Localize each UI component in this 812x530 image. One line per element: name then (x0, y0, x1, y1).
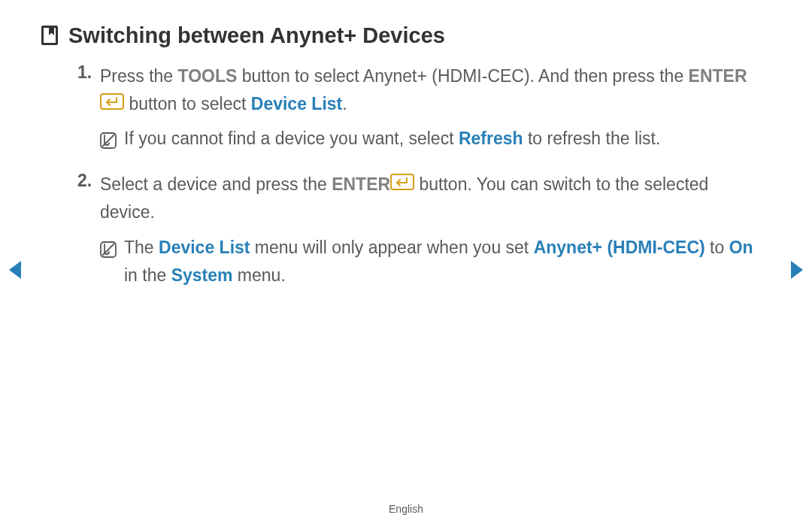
device-list-label: Device List (251, 94, 342, 114)
text: Press the (100, 66, 178, 86)
bookmark-icon (41, 26, 58, 45)
text: to refresh the list. (523, 129, 661, 148)
enter-label: ENTER (689, 66, 747, 86)
nav-prev-button[interactable] (6, 259, 23, 283)
note-1: If you cannot find a device you want, se… (100, 125, 767, 153)
text: . (342, 94, 347, 114)
step-1: 1. Press the TOOLS button to select Anyn… (77, 62, 767, 163)
system-label: System (171, 265, 233, 285)
note-text: The Device List menu will only appear wh… (124, 234, 767, 289)
text: in the (124, 265, 171, 285)
text: button to select Anynet+ (HDMI-CEC). And… (237, 66, 688, 86)
anynet-label: Anynet+ (HDMI-CEC) (534, 238, 705, 257)
text: to (705, 238, 729, 257)
step-2: 2. Select a device and press the ENTER b… (77, 171, 767, 299)
section-heading: Switching between Anynet+ Devices (41, 23, 767, 49)
step-body: Select a device and press the ENTER butt… (100, 171, 767, 299)
text: If you cannot find a device you want, se… (124, 129, 459, 148)
device-list-label: Device List (159, 238, 250, 257)
nav-next-button[interactable] (789, 259, 806, 283)
text: menu will only appear when you set (250, 238, 533, 257)
refresh-label: Refresh (459, 129, 523, 148)
note-2: The Device List menu will only appear wh… (100, 234, 767, 289)
enter-label: ENTER (332, 174, 390, 194)
footer-language: English (0, 503, 812, 515)
tools-label: TOOLS (178, 66, 238, 86)
heading-text: Switching between Anynet+ Devices (68, 23, 445, 49)
text: The (124, 238, 159, 257)
note-text: If you cannot find a device you want, se… (124, 125, 660, 153)
note-icon (100, 238, 117, 255)
step-body: Press the TOOLS button to select Anynet+… (100, 62, 767, 163)
on-label: On (729, 238, 753, 257)
text: menu. (232, 265, 285, 285)
text: button to select (124, 94, 251, 114)
step-number: 2. (77, 171, 92, 299)
enter-icon (100, 90, 124, 118)
text: Select a device and press the (100, 174, 332, 194)
step-number: 1. (77, 62, 92, 163)
note-icon (100, 129, 117, 146)
enter-icon (390, 171, 414, 198)
